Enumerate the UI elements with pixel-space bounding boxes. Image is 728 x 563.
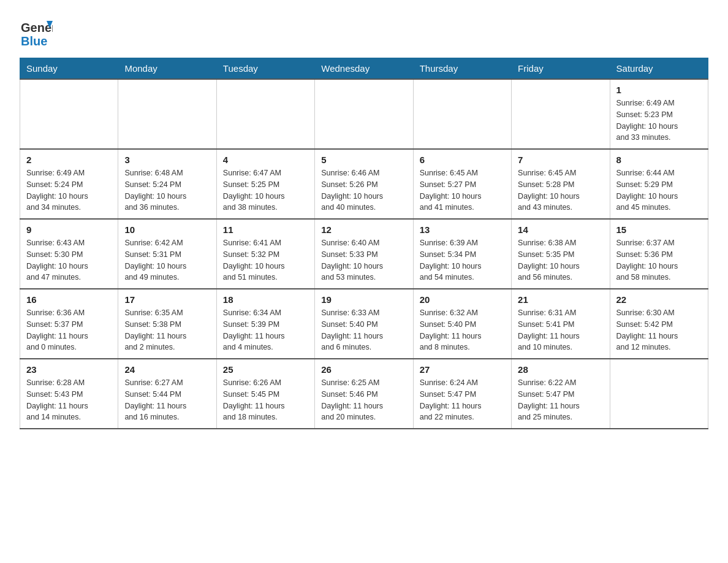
calendar-cell: 7Sunrise: 6:45 AM Sunset: 5:28 PM Daylig… <box>512 149 610 219</box>
day-number: 6 <box>420 155 505 165</box>
calendar-cell: 28Sunrise: 6:22 AM Sunset: 5:47 PM Dayli… <box>512 359 610 429</box>
calendar-cell: 9Sunrise: 6:43 AM Sunset: 5:30 PM Daylig… <box>20 219 118 289</box>
day-info: Sunrise: 6:37 AM Sunset: 5:36 PM Dayligh… <box>616 237 702 283</box>
calendar-cell: 17Sunrise: 6:35 AM Sunset: 5:38 PM Dayli… <box>118 289 216 359</box>
day-number: 22 <box>616 294 702 305</box>
calendar-cell: 3Sunrise: 6:48 AM Sunset: 5:24 PM Daylig… <box>118 149 216 219</box>
day-info: Sunrise: 6:42 AM Sunset: 5:31 PM Dayligh… <box>124 237 210 283</box>
calendar-cell: 15Sunrise: 6:37 AM Sunset: 5:36 PM Dayli… <box>610 219 708 289</box>
day-of-week-header: Wednesday <box>315 58 413 80</box>
day-number: 11 <box>223 224 308 235</box>
day-info: Sunrise: 6:24 AM Sunset: 5:47 PM Dayligh… <box>420 377 505 423</box>
day-of-week-header: Tuesday <box>216 58 314 80</box>
calendar-header-row: SundayMondayTuesdayWednesdayThursdayFrid… <box>20 58 708 80</box>
calendar-cell: 19Sunrise: 6:33 AM Sunset: 5:40 PM Dayli… <box>315 289 413 359</box>
svg-text:Blue: Blue <box>21 34 47 48</box>
day-info: Sunrise: 6:34 AM Sunset: 5:39 PM Dayligh… <box>223 307 308 353</box>
day-info: Sunrise: 6:46 AM Sunset: 5:26 PM Dayligh… <box>321 167 406 213</box>
day-number: 10 <box>124 224 210 235</box>
day-number: 15 <box>616 224 702 235</box>
day-info: Sunrise: 6:45 AM Sunset: 5:27 PM Dayligh… <box>420 167 505 213</box>
logo-icon: General Blue <box>20 15 53 48</box>
day-number: 23 <box>26 364 112 375</box>
day-info: Sunrise: 6:31 AM Sunset: 5:41 PM Dayligh… <box>518 307 603 353</box>
day-info: Sunrise: 6:44 AM Sunset: 5:29 PM Dayligh… <box>616 167 702 213</box>
day-of-week-header: Sunday <box>20 58 118 80</box>
day-info: Sunrise: 6:45 AM Sunset: 5:28 PM Dayligh… <box>518 167 603 213</box>
calendar-cell: 10Sunrise: 6:42 AM Sunset: 5:31 PM Dayli… <box>118 219 216 289</box>
calendar-cell <box>20 79 118 149</box>
calendar-cell: 8Sunrise: 6:44 AM Sunset: 5:29 PM Daylig… <box>610 149 708 219</box>
day-info: Sunrise: 6:49 AM Sunset: 5:23 PM Dayligh… <box>616 98 702 144</box>
day-info: Sunrise: 6:40 AM Sunset: 5:33 PM Dayligh… <box>321 237 406 283</box>
day-of-week-header: Monday <box>118 58 216 80</box>
day-number: 24 <box>124 364 210 375</box>
day-number: 17 <box>124 294 210 305</box>
day-number: 3 <box>124 155 210 165</box>
day-of-week-header: Friday <box>512 58 610 80</box>
calendar-cell: 14Sunrise: 6:38 AM Sunset: 5:35 PM Dayli… <box>512 219 610 289</box>
calendar-cell: 2Sunrise: 6:49 AM Sunset: 5:24 PM Daylig… <box>20 149 118 219</box>
day-info: Sunrise: 6:49 AM Sunset: 5:24 PM Dayligh… <box>26 167 112 213</box>
logo: General Blue <box>20 15 53 48</box>
day-number: 13 <box>420 224 505 235</box>
day-info: Sunrise: 6:48 AM Sunset: 5:24 PM Dayligh… <box>124 167 210 213</box>
day-number: 28 <box>518 364 603 375</box>
calendar-cell: 27Sunrise: 6:24 AM Sunset: 5:47 PM Dayli… <box>413 359 511 429</box>
day-number: 8 <box>616 155 702 165</box>
calendar-cell <box>118 79 216 149</box>
day-number: 9 <box>26 224 112 235</box>
page-header: General Blue <box>20 15 708 48</box>
day-number: 26 <box>321 364 406 375</box>
day-info: Sunrise: 6:43 AM Sunset: 5:30 PM Dayligh… <box>26 237 112 283</box>
calendar-cell: 6Sunrise: 6:45 AM Sunset: 5:27 PM Daylig… <box>413 149 511 219</box>
calendar-cell: 24Sunrise: 6:27 AM Sunset: 5:44 PM Dayli… <box>118 359 216 429</box>
day-number: 20 <box>420 294 505 305</box>
day-number: 19 <box>321 294 406 305</box>
day-number: 5 <box>321 155 406 165</box>
calendar-week-row: 23Sunrise: 6:28 AM Sunset: 5:43 PM Dayli… <box>20 359 708 429</box>
day-number: 27 <box>420 364 505 375</box>
day-info: Sunrise: 6:38 AM Sunset: 5:35 PM Dayligh… <box>518 237 603 283</box>
day-info: Sunrise: 6:26 AM Sunset: 5:45 PM Dayligh… <box>223 377 308 423</box>
calendar-cell <box>216 79 314 149</box>
calendar-cell <box>512 79 610 149</box>
day-info: Sunrise: 6:39 AM Sunset: 5:34 PM Dayligh… <box>420 237 505 283</box>
day-info: Sunrise: 6:35 AM Sunset: 5:38 PM Dayligh… <box>124 307 210 353</box>
day-number: 2 <box>26 155 112 165</box>
calendar-cell: 25Sunrise: 6:26 AM Sunset: 5:45 PM Dayli… <box>216 359 314 429</box>
day-number: 18 <box>223 294 308 305</box>
calendar-cell <box>315 79 413 149</box>
calendar-week-row: 9Sunrise: 6:43 AM Sunset: 5:30 PM Daylig… <box>20 219 708 289</box>
calendar-cell <box>413 79 511 149</box>
day-info: Sunrise: 6:28 AM Sunset: 5:43 PM Dayligh… <box>26 377 112 423</box>
day-info: Sunrise: 6:22 AM Sunset: 5:47 PM Dayligh… <box>518 377 603 423</box>
day-info: Sunrise: 6:36 AM Sunset: 5:37 PM Dayligh… <box>26 307 112 353</box>
calendar-cell: 26Sunrise: 6:25 AM Sunset: 5:46 PM Dayli… <box>315 359 413 429</box>
calendar-cell: 21Sunrise: 6:31 AM Sunset: 5:41 PM Dayli… <box>512 289 610 359</box>
day-number: 1 <box>616 85 702 95</box>
day-number: 7 <box>518 155 603 165</box>
day-number: 12 <box>321 224 406 235</box>
calendar-cell: 5Sunrise: 6:46 AM Sunset: 5:26 PM Daylig… <box>315 149 413 219</box>
day-info: Sunrise: 6:33 AM Sunset: 5:40 PM Dayligh… <box>321 307 406 353</box>
calendar-cell: 22Sunrise: 6:30 AM Sunset: 5:42 PM Dayli… <box>610 289 708 359</box>
day-number: 21 <box>518 294 603 305</box>
calendar-cell: 13Sunrise: 6:39 AM Sunset: 5:34 PM Dayli… <box>413 219 511 289</box>
calendar-week-row: 2Sunrise: 6:49 AM Sunset: 5:24 PM Daylig… <box>20 149 708 219</box>
calendar-cell: 20Sunrise: 6:32 AM Sunset: 5:40 PM Dayli… <box>413 289 511 359</box>
day-info: Sunrise: 6:41 AM Sunset: 5:32 PM Dayligh… <box>223 237 308 283</box>
calendar-table: SundayMondayTuesdayWednesdayThursdayFrid… <box>20 58 708 429</box>
day-of-week-header: Saturday <box>610 58 708 80</box>
calendar-cell: 23Sunrise: 6:28 AM Sunset: 5:43 PM Dayli… <box>20 359 118 429</box>
day-number: 4 <box>223 155 308 165</box>
calendar-cell: 18Sunrise: 6:34 AM Sunset: 5:39 PM Dayli… <box>216 289 314 359</box>
day-info: Sunrise: 6:32 AM Sunset: 5:40 PM Dayligh… <box>420 307 505 353</box>
calendar-week-row: 16Sunrise: 6:36 AM Sunset: 5:37 PM Dayli… <box>20 289 708 359</box>
calendar-cell: 12Sunrise: 6:40 AM Sunset: 5:33 PM Dayli… <box>315 219 413 289</box>
day-number: 16 <box>26 294 112 305</box>
calendar-cell: 4Sunrise: 6:47 AM Sunset: 5:25 PM Daylig… <box>216 149 314 219</box>
calendar-cell: 1Sunrise: 6:49 AM Sunset: 5:23 PM Daylig… <box>610 79 708 149</box>
day-number: 14 <box>518 224 603 235</box>
calendar-cell: 16Sunrise: 6:36 AM Sunset: 5:37 PM Dayli… <box>20 289 118 359</box>
